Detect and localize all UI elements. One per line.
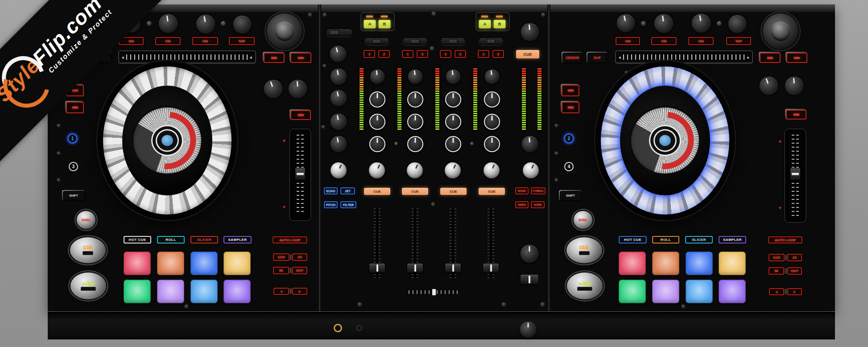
load-button-right-1[interactable] [759, 52, 780, 62]
loop-in-button-left[interactable]: IN [273, 267, 289, 274]
eq-mid-knob-ch4[interactable] [484, 114, 500, 130]
echo-button[interactable]: ECHO [324, 187, 338, 194]
eq-mid-knob-ch3[interactable] [445, 114, 461, 130]
pad-mode-sampler-right[interactable]: SAMPLER [719, 236, 746, 244]
grid-knob-right-1[interactable] [760, 77, 778, 95]
pad-mode-hot-cue-left[interactable]: HOT CUE [124, 236, 151, 244]
fx3-on-button-left[interactable]: ON [192, 37, 218, 45]
performance-pad[interactable] [157, 252, 184, 275]
performance-pad[interactable] [619, 252, 646, 275]
shift-button-right[interactable]: SHIFT [559, 190, 581, 200]
input-select-switch-4[interactable] [478, 37, 504, 45]
filter-knob-master[interactable] [331, 162, 347, 178]
sampler-level-knob[interactable] [521, 245, 538, 263]
fx3-knob-left[interactable] [196, 15, 215, 33]
filter-knob-sampler[interactable] [523, 162, 539, 178]
noise-button[interactable]: NOISE [515, 187, 529, 194]
pad-mode-roll-right[interactable]: ROLL [652, 236, 679, 244]
pad-mode-slicer-left[interactable]: SLICER [190, 236, 218, 244]
siren-button[interactable]: SIREN [515, 201, 529, 208]
hot-cue-bank-button-left-2[interactable] [65, 101, 83, 112]
performance-pad[interactable] [652, 280, 679, 303]
trim-knob-ch1[interactable] [370, 70, 384, 84]
fx2-on-button-left[interactable]: ON [155, 37, 181, 45]
channel-cue-button-4[interactable]: CUE [479, 188, 505, 195]
fx-select-2-ch3[interactable]: 2 [455, 50, 466, 58]
fx-assign-b-button-1[interactable]: B [378, 20, 391, 29]
auto-loop-button-left[interactable]: AUTO LOOP [273, 236, 307, 244]
performance-pad[interactable] [686, 280, 713, 303]
channel-fader-cap-2[interactable] [407, 263, 423, 273]
tap-button-left[interactable]: TAP [229, 37, 255, 45]
crossfader[interactable] [409, 289, 459, 295]
master-level-knob[interactable] [331, 69, 347, 85]
auto-loop-button-right[interactable]: AUTO LOOP [768, 236, 802, 244]
eq-hi-knob-ch3[interactable] [445, 91, 461, 107]
load-button-right-2[interactable] [785, 52, 806, 62]
performance-pad[interactable] [157, 280, 184, 303]
hot-cue-bank-button-right-2[interactable] [561, 101, 579, 112]
play-pause-button-right[interactable]: ►/❚❚ [567, 273, 603, 299]
loop-prev-button-right[interactable]: ◄ [769, 288, 784, 295]
loop-next-button-right[interactable]: ► [787, 288, 802, 295]
grid-adjust-button-right[interactable] [785, 109, 806, 119]
fx-select-1-ch2[interactable]: 1 [402, 50, 413, 58]
pad-mode-roll-left[interactable]: ROLL [157, 236, 185, 244]
eq-low-knob-ch3[interactable] [445, 136, 461, 152]
sync-button-left[interactable]: SYNC [77, 211, 95, 229]
headphone-jack-mini[interactable] [356, 325, 362, 331]
pad-mode-slicer-right[interactable]: SLICER [685, 236, 713, 244]
fx-select-2-ch4[interactable]: 2 [492, 50, 504, 58]
sampler-fader-cap[interactable] [520, 274, 539, 285]
eq-hi-knob-ch4[interactable] [484, 91, 500, 107]
pad-mode-hot-cue-right[interactable]: HOT CUE [619, 236, 647, 244]
performance-pad[interactable] [719, 252, 746, 275]
channel-cue-button-2[interactable]: CUE [402, 188, 428, 195]
channel-fader-cap-4[interactable] [483, 263, 499, 273]
tempo-fader-cap-left[interactable] [295, 168, 306, 180]
loop-double-button-right[interactable]: 2X [787, 254, 802, 261]
jog-wheel-left[interactable] [96, 60, 238, 221]
load-button-left-2[interactable] [289, 52, 310, 62]
loop-half-button-right[interactable]: 1/2X [769, 254, 785, 261]
eq-mid-knob-ch1[interactable] [369, 114, 385, 130]
sampler-volume-knob[interactable] [330, 46, 346, 62]
fx-beats-knob-left[interactable] [233, 16, 251, 33]
filter-knob-ch3[interactable] [445, 162, 461, 178]
deck-select-2-button[interactable]: 2 [564, 133, 574, 144]
booth-level-knob[interactable] [331, 90, 347, 106]
front-panel-knob[interactable] [520, 322, 536, 338]
slip-button-right[interactable]: SLIP [587, 52, 607, 63]
grid-knob-right-2[interactable] [785, 77, 803, 95]
horn-button[interactable]: HORN [531, 201, 545, 208]
deck-select-1-button[interactable]: 1 [67, 133, 78, 144]
mic-eq-knob[interactable] [331, 136, 347, 152]
jog-wheel-right[interactable] [594, 60, 736, 221]
mic-level-knob[interactable] [331, 114, 347, 130]
fx-assign-a-button-2[interactable]: A [479, 20, 491, 29]
performance-pad[interactable] [190, 280, 218, 303]
eq-low-knob-ch4[interactable] [484, 136, 500, 152]
fx-assign-b-button-2[interactable]: B [493, 20, 506, 29]
jet-button[interactable]: JET [340, 187, 355, 194]
loop-prev-button-left[interactable]: ◄ [273, 288, 289, 295]
fx-select-1-ch1[interactable]: 1 [364, 50, 375, 58]
shift-button-left[interactable]: SHIFT [62, 190, 84, 200]
sync-button-right[interactable]: SYNC [574, 211, 592, 229]
browse-knob-left[interactable] [267, 13, 302, 49]
input-select-switch-2[interactable] [402, 37, 428, 45]
filter-button[interactable]: FILTER [340, 201, 356, 208]
hot-cue-bank-button-right-1[interactable] [561, 84, 579, 95]
sampler-select-switch[interactable] [326, 28, 353, 37]
fx-beats-knob-right[interactable] [728, 15, 746, 33]
fx-select-1-ch4[interactable]: 1 [478, 50, 489, 58]
filter-knob-ch1[interactable] [369, 162, 385, 178]
performance-pad[interactable] [619, 280, 646, 303]
performance-pad[interactable] [652, 252, 679, 275]
deck-select-3-button[interactable]: 3 [69, 162, 78, 171]
fx1-knob-right[interactable] [617, 14, 635, 32]
pad-mode-sampler-left[interactable]: SAMPLER [223, 236, 252, 244]
filter-knob-ch4[interactable] [484, 162, 500, 178]
loop-out-button-right[interactable]: OUT [787, 267, 802, 275]
fx-select-2-ch1[interactable]: 2 [378, 50, 390, 58]
